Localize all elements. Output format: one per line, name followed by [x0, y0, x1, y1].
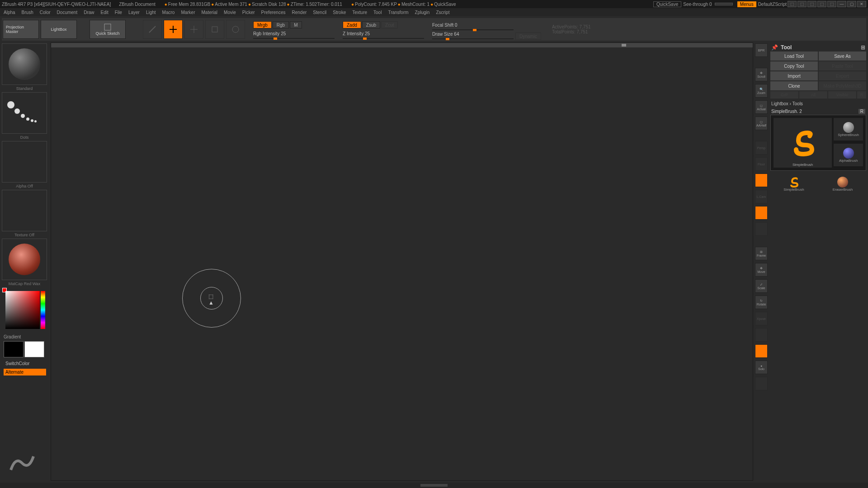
alternate-button[interactable]: Alternate	[4, 369, 46, 375]
menu-movie[interactable]: Movie	[224, 10, 236, 15]
menu-picker[interactable]: Picker	[242, 10, 255, 15]
move-mode-button[interactable]	[184, 20, 203, 39]
actual-button[interactable]: ◻Actual	[755, 100, 768, 114]
menu-texture[interactable]: Texture	[352, 10, 367, 15]
lcam-button[interactable]: L.Cam	[755, 190, 768, 203]
persp-button[interactable]: Persp	[755, 141, 768, 155]
menu-render[interactable]: Render	[292, 10, 307, 15]
menu-edit[interactable]: Edit	[101, 10, 108, 15]
dynamic2-button[interactable]	[755, 344, 768, 358]
quick-sketch-button[interactable]: Quick Sketch	[90, 20, 126, 39]
swatch-primary[interactable]	[24, 341, 44, 357]
quicksave-button[interactable]: QuickSave	[653, 1, 681, 7]
floor-button[interactable]: Floor	[755, 157, 768, 171]
projection-master-button[interactable]: Projection Master	[3, 20, 39, 39]
window-maximize[interactable]: ▢	[847, 1, 856, 7]
frame-button[interactable]: ⊞Frame	[755, 247, 768, 260]
zoom-button[interactable]: 🔍Zoom	[755, 84, 768, 98]
copy-tool-button[interactable]: Copy Tool	[770, 61, 818, 70]
xyz2-button[interactable]	[755, 222, 768, 236]
make-polymesh-button[interactable]: Make PolyMesh3D	[819, 81, 866, 90]
swatch-secondary[interactable]	[4, 341, 24, 357]
window-minimize[interactable]: —	[837, 1, 846, 7]
window-btn-2[interactable]: ⬚	[797, 1, 807, 7]
z-intensity-slider[interactable]: Z Intensity 25	[343, 29, 424, 38]
draw-size-slider[interactable]: Draw Size 64	[432, 30, 514, 38]
xpose-button[interactable]: Xpose	[755, 312, 768, 325]
save-as-button[interactable]: Save As	[819, 52, 866, 61]
all-button[interactable]: All	[799, 91, 827, 99]
menu-stroke[interactable]: Stroke	[333, 10, 346, 15]
scale2-button[interactable]: ⤢Scale	[755, 279, 768, 293]
tool-spherebrush[interactable]: SphereBrush	[834, 118, 863, 141]
edit-icon[interactable]	[143, 20, 162, 39]
menu-brush[interactable]: Brush	[22, 10, 33, 15]
move2-button[interactable]: ✥Move	[755, 263, 768, 277]
panel-pin-icon[interactable]: 📌	[771, 44, 778, 51]
menu-file[interactable]: File	[115, 10, 122, 15]
menu-stencil[interactable]: Stencil	[313, 10, 326, 15]
local-button[interactable]	[755, 174, 768, 187]
solo-button[interactable]: ●Solo	[755, 361, 768, 374]
m-button[interactable]: M	[290, 21, 302, 28]
tool-alphabrush[interactable]: AlphaBrush	[834, 144, 863, 166]
menu-document[interactable]: Document	[57, 10, 78, 15]
menu-transform[interactable]: Transform	[388, 10, 408, 15]
menu-color[interactable]: Color	[40, 10, 51, 15]
grp-button[interactable]: GrP	[770, 91, 798, 99]
export-button[interactable]: Export	[819, 71, 866, 80]
focal-shift-slider[interactable]: Focal Shift 0	[432, 21, 514, 29]
scroll-button[interactable]: ✥Scroll	[755, 68, 768, 81]
menu-tool[interactable]: Tool	[373, 10, 382, 15]
tool-simplebrush-big[interactable]: SimpleBrush	[774, 118, 832, 168]
rgb-intensity-slider[interactable]: Rgb Intensity 25	[253, 29, 335, 38]
zcut-button[interactable]: Zcut	[381, 21, 398, 28]
gradient-button[interactable]: Gradient	[4, 334, 48, 339]
transp-button[interactable]	[755, 377, 768, 390]
resize-grip[interactable]	[420, 484, 448, 487]
material-preview[interactable]: MatCap Red Wax	[2, 239, 47, 280]
zsub-button[interactable]: Zsub	[362, 21, 380, 28]
window-btn-1[interactable]: ⬚	[788, 1, 797, 7]
menu-layer[interactable]: Layer	[128, 10, 140, 15]
window-btn-4[interactable]: ⬚	[817, 1, 826, 7]
texture-preview[interactable]: Texture Off	[2, 190, 47, 231]
menu-light[interactable]: Light	[146, 10, 156, 15]
dynamic-button[interactable]: Dynamic	[515, 33, 541, 40]
visible-button[interactable]: Visible	[828, 91, 856, 99]
default-script[interactable]: DefaultZScript	[758, 2, 787, 7]
load-tool-button[interactable]: Load Tool	[770, 52, 818, 61]
draw-mode-button[interactable]	[164, 20, 183, 39]
scale-mode-button[interactable]	[205, 20, 224, 39]
color-picker[interactable]	[2, 287, 47, 333]
rgb-button[interactable]: Rgb	[273, 21, 289, 28]
rotate2-button[interactable]: ↻Rotate	[755, 296, 768, 309]
window-btn-3[interactable]: ⬚	[807, 1, 816, 7]
panel-close-icon[interactable]: ⊞	[861, 44, 865, 51]
r-button[interactable]: R	[859, 109, 865, 114]
xyz-button[interactable]	[755, 206, 768, 220]
alpha-preview[interactable]: Alpha Off	[2, 141, 47, 183]
switch-color-button[interactable]: SwitchColor	[4, 360, 46, 367]
polyf-button[interactable]	[755, 328, 768, 342]
bpr-button[interactable]: BPR	[755, 43, 768, 57]
menu-preferences[interactable]: Preferences	[261, 10, 286, 15]
rotate-mode-button[interactable]	[226, 20, 245, 39]
menu-marker[interactable]: Marker	[181, 10, 195, 15]
zadd-button[interactable]: Zadd	[343, 21, 361, 28]
menu-draw[interactable]: Draw	[84, 10, 94, 15]
seethrough-slider[interactable]	[715, 3, 733, 5]
canvas[interactable]: ⬚▲	[51, 42, 753, 481]
menu-alpha[interactable]: Alpha	[4, 10, 15, 15]
menu-zplugin[interactable]: Zplugin	[415, 10, 430, 15]
lightbox-button[interactable]: LightBox	[41, 20, 77, 39]
tool-simplebrush-small[interactable]: SimpleBrush	[770, 173, 817, 195]
stroke-preview[interactable]: Dots	[2, 92, 47, 134]
brush-preview[interactable]: Standard	[2, 43, 47, 85]
window-close[interactable]: ✕	[857, 1, 866, 7]
window-btn-5[interactable]: ⬚	[827, 1, 836, 7]
tool-eraserbrush[interactable]: EraserBrush	[819, 173, 866, 195]
paste-tool-button[interactable]: Paste Tool	[819, 61, 866, 70]
menu-zscript[interactable]: Zscript	[436, 10, 449, 15]
menus-button[interactable]: Menus	[737, 1, 756, 7]
